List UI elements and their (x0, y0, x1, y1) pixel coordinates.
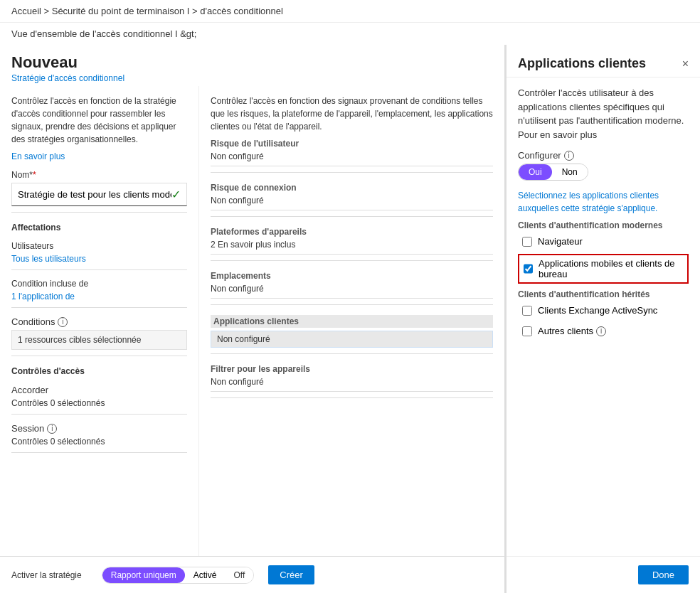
name-field-label: Nom* (11, 170, 187, 180)
right-section-title-0: Risque de l'utilisateur (211, 139, 493, 149)
right-section-value-0[interactable]: Non configuré (211, 151, 493, 166)
session-section: Session i Contrôles 0 sélectionnés (11, 423, 187, 447)
toggle-non[interactable]: Non (552, 164, 588, 180)
page-top-title: Vue d'ensemble de l'accès conditionnel I… (0, 23, 700, 45)
condition-label: Condition incluse de (11, 279, 187, 289)
panel-toggle-switch: Oui Non (518, 164, 588, 181)
bottom-bar: Activer la stratégie Rapport uniquem Act… (0, 556, 504, 593)
conditions-value[interactable]: 1 ressources cibles sélectionnée (11, 330, 187, 350)
name-input-box: ✓ (11, 183, 187, 206)
session-label: Session i (11, 423, 187, 434)
autres-clients-label: Autres clients i (538, 326, 606, 336)
right-panel: Applications clientes × Contrôler l'accè… (505, 45, 700, 593)
breadcrumb-text[interactable]: Accueil > Sécurité du point de terminais… (11, 6, 283, 16)
panel-footer: Done (507, 556, 700, 593)
panel-title: Applications clientes (518, 56, 646, 71)
conditions-info-icon: i (58, 317, 68, 327)
right-section-value-1[interactable]: Non configuré (211, 196, 493, 210)
left-column: Contrôlez l'accès en fonction de la stra… (0, 86, 199, 556)
panel-description: Contrôler l'accès utilisateur à des appl… (518, 86, 689, 141)
toggle-off[interactable]: Off (225, 567, 253, 583)
condition-value[interactable]: 1 l'application de (11, 292, 187, 301)
right-section-value-4[interactable]: Non configuré (211, 331, 493, 348)
right-section-title-2: Plateformes d'appareils (211, 227, 493, 237)
conditions-section: Conditions i 1 ressources cibles sélecti… (11, 316, 187, 350)
checkbox-autres-clients: Autres clients i (518, 323, 689, 339)
done-button[interactable]: Done (638, 565, 689, 584)
mobile-desktop-checkbox[interactable] (524, 264, 533, 274)
panel-close-button[interactable]: × (682, 58, 689, 70)
right-section-title-1: Risque de connexion (211, 183, 493, 193)
right-section-0: Risque de l'utilisateurNon configuré (211, 139, 493, 173)
toggle-oui[interactable]: Oui (519, 164, 552, 180)
mobile-desktop-label: Applications mobiles et clients de burea… (539, 258, 683, 279)
session-info-icon: i (47, 424, 57, 434)
create-button[interactable]: Créer (268, 565, 314, 584)
accorder-section: Accorder i Contrôles 0 sélectionnés (11, 385, 187, 408)
right-description: Contrôlez l'accès en fonction des signau… (211, 95, 493, 133)
right-section-1: Risque de connexionNon configuré (211, 183, 493, 217)
toggle-group: Rapport uniquem Activé Off (102, 567, 255, 584)
legacy-auth-label: Clients d'authentification hérités (518, 289, 689, 299)
right-section-2: Plateformes d'appareils2 En savoir plus … (211, 227, 493, 261)
toggle-active[interactable]: Activé (185, 567, 226, 583)
affectations-title: Affectations (11, 223, 187, 233)
check-icon: ✓ (171, 188, 181, 201)
right-section-value-3[interactable]: Non configuré (211, 284, 493, 299)
page-title: Nouveau (11, 53, 493, 72)
right-column: Contrôlez l'accès en fonction des signau… (199, 86, 504, 556)
autres-clients-checkbox[interactable] (522, 326, 532, 336)
checkbox-mobile-desktop: Applications mobiles et clients de burea… (518, 254, 689, 284)
right-section-value-5[interactable]: Non configuré (211, 377, 493, 392)
users-section: Utilisateurs Tous les utilisateurs (11, 241, 187, 264)
right-section-5: Filtrer pour les appareilsNon configuré (211, 364, 493, 398)
right-section-title-5: Filtrer pour les appareils (211, 364, 493, 374)
users-value[interactable]: Tous les utilisateurs (11, 254, 187, 264)
navigateur-label: Navigateur (538, 236, 583, 247)
right-section-3: EmplacementsNon configuré (211, 271, 493, 305)
name-input[interactable] (18, 189, 171, 200)
legacy-checkboxes: Clients Exchange ActiveSync Autres clien… (518, 302, 689, 339)
configure-label: Configurer i (518, 150, 689, 161)
users-label: Utilisateurs (11, 241, 187, 251)
toggle-rapport[interactable]: Rapport uniquem (102, 567, 185, 583)
content-area: Contrôlez l'accès en fonction de la stra… (0, 86, 504, 556)
configure-info-icon: i (564, 151, 574, 161)
modern-auth-label: Clients d'authentification modernes (518, 220, 689, 230)
activate-label: Activer la stratégie (11, 570, 82, 580)
checkbox-navigateur: Navigateur (518, 233, 689, 250)
right-sections: Risque de l'utilisateurNon configuréRisq… (211, 139, 493, 398)
autres-info-icon: i (596, 326, 606, 336)
page-header: Nouveau Stratégie d'accès conditionnel (0, 45, 504, 86)
accorder-label: Accorder i (11, 385, 187, 395)
accorder-value[interactable]: Contrôles 0 sélectionnés (11, 398, 187, 408)
modern-checkboxes: Navigateur Applications mobiles et clien… (518, 233, 689, 284)
left-description: Contrôlez l'accès en fonction de la stra… (11, 95, 187, 146)
conditions-label: Conditions i (11, 316, 187, 327)
right-section-title-3: Emplacements (211, 271, 493, 281)
controles-title: Contrôles d'accès (11, 366, 187, 376)
page-subtitle: Stratégie d'accès conditionnel (11, 73, 493, 83)
breadcrumb: Accueil > Sécurité du point de terminais… (0, 0, 700, 23)
panel-header: Applications clientes × (507, 45, 700, 78)
left-panel: Nouveau Stratégie d'accès conditionnel C… (0, 45, 505, 593)
right-section-title-4: Applications clientes (211, 315, 493, 328)
exchange-sync-label: Clients Exchange ActiveSync (538, 305, 657, 316)
panel-section-desc: Sélectionnez les applications clientes a… (518, 189, 689, 215)
condition-section: Condition incluse de 1 l'application de (11, 279, 187, 301)
navigateur-checkbox[interactable] (522, 237, 532, 247)
panel-body: Contrôler l'accès utilisateur à des appl… (507, 78, 700, 556)
learn-more-link[interactable]: En savoir plus (11, 151, 187, 161)
right-section-value-2[interactable]: 2 En savoir plus inclus (211, 240, 493, 255)
session-value[interactable]: Contrôles 0 sélectionnés (11, 437, 187, 447)
right-section-4: Applications clientesNon configuré (211, 315, 493, 354)
exchange-sync-checkbox[interactable] (522, 306, 532, 316)
checkbox-exchange-sync: Clients Exchange ActiveSync (518, 302, 689, 319)
